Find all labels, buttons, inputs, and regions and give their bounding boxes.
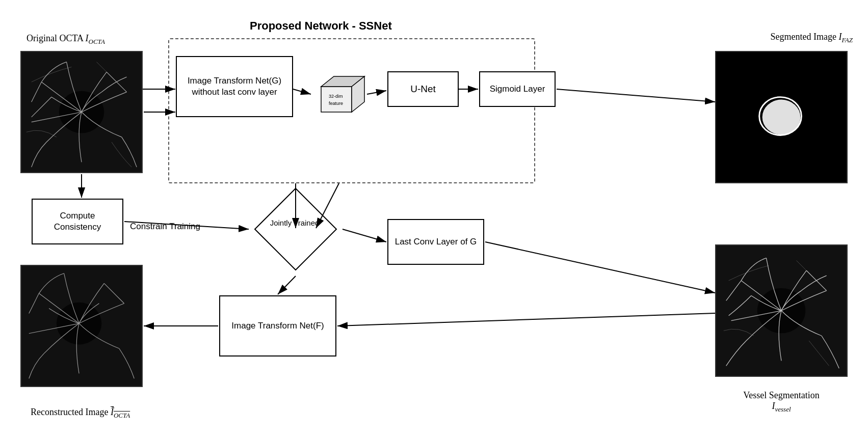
compute-consistency-box: Compute Consistency — [32, 199, 123, 244]
svg-marker-9 — [321, 87, 352, 112]
vessel-image — [715, 244, 848, 377]
octa-image-top — [20, 51, 143, 173]
feature-cube: 32-dim feature — [311, 71, 367, 117]
reconstructed-image-label: Reconstructed Image ÎOCTA — [31, 407, 130, 420]
diagram-container: Original OCTA IOCTA Segmented Image IFAZ… — [0, 0, 868, 439]
svg-marker-14 — [255, 188, 336, 270]
network-title: Proposed Network - SSNet — [250, 19, 392, 33]
constrain-training-label: Constrain Training — [130, 222, 200, 232]
svg-line-27 — [485, 242, 715, 293]
svg-text:32-dim: 32-dim — [329, 94, 343, 99]
sigmoid-box: Sigmoid Layer — [479, 71, 556, 107]
svg-text:feature: feature — [329, 101, 343, 106]
faz-image — [715, 51, 848, 183]
image-transform-f-box: Image Transform Net(F) — [219, 295, 336, 356]
i-octa-label: IOCTA — [86, 33, 105, 43]
svg-line-26 — [343, 229, 386, 242]
original-octa-label: Original OCTA IOCTA — [27, 33, 105, 46]
svg-line-23 — [557, 89, 715, 102]
svg-line-30 — [278, 276, 296, 294]
image-transform-g-box: Image Transform Net(G) without last conv… — [176, 56, 293, 117]
jointly-trained-diamond — [250, 183, 341, 275]
unet-box: U-Net — [387, 71, 459, 107]
last-conv-layer-box: Last Conv Layer of G — [387, 219, 484, 265]
jointly-trained-label: Jointly Trained — [264, 218, 325, 228]
vessel-segmentation-label: Vessel SegmentationIvessel — [710, 390, 853, 414]
svg-line-28 — [337, 313, 715, 326]
reconstructed-image — [20, 265, 143, 387]
segmented-image-label: Segmented Image IFAZ — [771, 32, 853, 44]
